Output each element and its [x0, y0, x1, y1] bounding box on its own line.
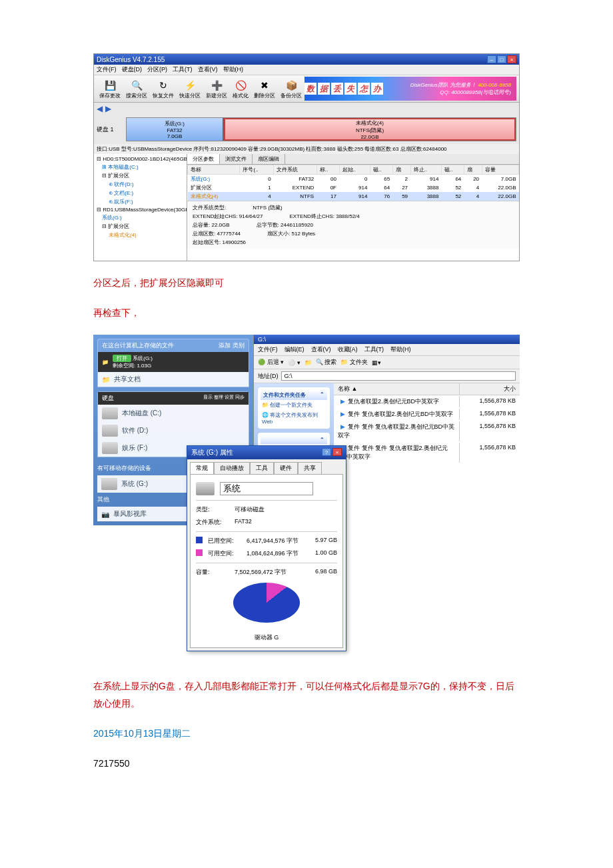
file-row[interactable]: ▶复件 复件 复仇者联盟2.奥创纪元BD中英双字1,556,878 KB: [334, 421, 520, 442]
up-button[interactable]: 📁: [305, 359, 312, 366]
col-head1[interactable]: 磁..: [370, 165, 392, 175]
menu-partition[interactable]: 分区(P): [147, 65, 167, 74]
disk-tree[interactable]: ⊟ HD0:ST500DM002-1BD142(465GB) ⊞ 本地磁盘(C:…: [94, 154, 187, 261]
backup-icon: 📦: [285, 79, 298, 92]
nav-fwd-icon[interactable]: ▶: [105, 104, 111, 113]
drive-label: 驱动器 G: [196, 633, 337, 642]
drive-name-input[interactable]: [220, 482, 313, 495]
menu-view[interactable]: 查看(V): [198, 65, 218, 74]
explorer-title: G:\: [254, 335, 520, 344]
tree-item[interactable]: ⊟ HD0:ST500DM002-1BD142(465GB): [95, 155, 185, 163]
menu-disk[interactable]: 硬盘(D): [122, 65, 143, 74]
tree-item[interactable]: ⊞ 本地磁盘(C:): [95, 163, 185, 171]
menu-edit[interactable]: 编辑(E): [285, 345, 305, 354]
tool-save[interactable]: 💾保存更改: [97, 77, 123, 101]
file-row[interactable]: ▶复仇者联盟2.奥创纪元BD中英双字1,556,878 KB: [334, 395, 520, 408]
tree-item[interactable]: ⊕ 文档(E:): [95, 189, 185, 197]
address-input[interactable]: [281, 371, 516, 381]
banner-char: 怎: [358, 83, 370, 95]
partition-map[interactable]: 系统(G:) FAT32 7.0GB 未格式化(4) NTFS(隐藏) 22.0…: [126, 117, 516, 141]
open-button[interactable]: 打开: [113, 355, 131, 362]
col-fs[interactable]: 文件系统: [274, 165, 317, 175]
close-button[interactable]: ×: [507, 55, 516, 63]
task-publish[interactable]: 🌐 将这个文件夹发布到 Web: [261, 410, 327, 426]
col-name[interactable]: 名称 ▲: [334, 383, 460, 395]
tree-item[interactable]: ⊟ 扩展分区: [95, 222, 185, 231]
menu-help[interactable]: 帮助(H): [223, 65, 244, 74]
back-button[interactable]: 🟢 后退 ▾: [258, 358, 284, 367]
tab-general[interactable]: 常规: [190, 462, 214, 474]
menu-help[interactable]: 帮助(H): [390, 345, 411, 354]
shared-docs[interactable]: 共享文档: [114, 375, 141, 384]
maximize-button[interactable]: □: [497, 55, 506, 63]
task-new-folder[interactable]: 📁 创建一个新文件夹: [261, 400, 327, 410]
collapse-icon[interactable]: ⌃: [320, 391, 324, 399]
tree-item[interactable]: 系统(G:): [95, 213, 185, 222]
tool-quickpart[interactable]: ⚡快速分区: [177, 77, 203, 101]
views-button[interactable]: ▦▾: [372, 359, 381, 366]
tab-sector[interactable]: 扇区编辑: [253, 154, 285, 164]
file-row[interactable]: ▶复件 复仇者联盟2.奥创纪元BD中英双字1,556,878 KB: [334, 408, 520, 421]
menu-tools[interactable]: 工具(T): [364, 345, 384, 354]
col-size[interactable]: 大小: [460, 383, 520, 395]
tab-autoplay[interactable]: 自动播放: [214, 462, 250, 474]
menu-view[interactable]: 查看(V): [311, 345, 331, 354]
collapse-icon[interactable]: ⌃: [320, 437, 324, 443]
tool-recover[interactable]: ↻恢复文件: [150, 77, 177, 101]
disk-info: 接口:USB 型号:USBMassStorageDevice 序列号:81232…: [94, 144, 519, 154]
drive-icon: [196, 482, 215, 495]
close-button[interactable]: ×: [332, 448, 342, 456]
tab-params[interactable]: 分区参数: [187, 154, 220, 164]
tool-format[interactable]: 🚫格式化: [230, 77, 251, 101]
col-seq[interactable]: 序号(..: [240, 165, 274, 175]
col-start[interactable]: 起始..: [339, 165, 370, 175]
tree-item[interactable]: ⊕ 软件(D:): [95, 180, 185, 189]
tab-hardware[interactable]: 硬件: [274, 462, 298, 474]
col-label[interactable]: 卷标: [188, 165, 240, 175]
disk-item[interactable]: 软件 (D:): [98, 422, 249, 439]
table-row[interactable]: 扩展分区1EXTEND0F9146427388852422.0GB: [188, 183, 519, 192]
tab-browse[interactable]: 浏览文件: [220, 154, 253, 164]
col-end[interactable]: 终止..: [410, 165, 441, 175]
banner-char: 失: [344, 83, 356, 95]
table-row[interactable]: 未格式化(4)4NTFS179147659388852422.0GB: [188, 192, 519, 201]
dg-tabs: 分区参数 浏览文件 扇区编辑: [187, 154, 519, 165]
properties-dialog: 系统 (G:) 属性 ? × 常规 自动播放 工具 硬件 共享 类型:可移动磁盘…: [187, 445, 346, 651]
partition-system[interactable]: 系统(G:) FAT32 7.0GB: [127, 118, 224, 141]
tool-delete[interactable]: ✖删除分区: [251, 77, 278, 101]
tree-item[interactable]: ⊕ 娱乐(F:): [95, 197, 185, 206]
help-button[interactable]: ?: [322, 448, 331, 456]
table-row[interactable]: 系统(G:)0FAT3200065291464207.0GB: [188, 175, 519, 184]
partition-unformatted[interactable]: 未格式化(4) NTFS(隐藏) 22.0GB: [224, 118, 516, 141]
minimize-button[interactable]: –: [487, 55, 496, 63]
col-cap[interactable]: 容量: [482, 165, 518, 175]
col-flag[interactable]: 标..: [316, 165, 339, 175]
tree-item[interactable]: ⊟ 扩展分区: [95, 171, 185, 180]
tool-search[interactable]: 🔍搜索分区: [123, 77, 150, 101]
disk-label: 硬盘 1: [97, 117, 123, 141]
tree-item[interactable]: ⊟ RD1:USBMassStorageDevice(30GB): [95, 206, 185, 213]
panel-action[interactable]: 类别: [233, 342, 245, 349]
folders-button[interactable]: 📁 文件夹: [340, 358, 368, 367]
menu-fav[interactable]: 收藏(A): [338, 345, 358, 354]
menu-file[interactable]: 文件(F): [258, 345, 278, 354]
menu-file[interactable]: 文件(F): [97, 65, 117, 74]
nav-back-icon[interactable]: ◀: [97, 104, 103, 113]
save-icon: 💾: [103, 79, 117, 92]
tab-share[interactable]: 共享: [298, 462, 322, 474]
tab-tools[interactable]: 工具: [250, 462, 274, 474]
tool-newpart[interactable]: ➕新建分区: [203, 77, 230, 101]
fwd-button[interactable]: ⚪ ▾: [288, 359, 301, 366]
panel-action[interactable]: 添加: [219, 342, 231, 349]
disk-item[interactable]: 本地磁盘 (C:): [98, 405, 249, 422]
tree-item[interactable]: 未格式化(4): [95, 231, 185, 239]
col-head2[interactable]: 磁..: [441, 165, 464, 175]
col-sec1[interactable]: 扇: [392, 165, 410, 175]
search-button[interactable]: 🔍 搜索: [316, 358, 337, 367]
menu-tools[interactable]: 工具(T): [173, 65, 193, 74]
col-sec2[interactable]: 扇: [464, 165, 482, 175]
file-row[interactable]: ▶复件 复件 复件 复仇者联盟2.奥创纪元BD中英双字1,556,878 KB: [334, 442, 520, 463]
tool-backup[interactable]: 📦备份分区: [278, 77, 305, 101]
video-icon: ▶: [338, 398, 348, 405]
disk-icon: [102, 442, 118, 454]
